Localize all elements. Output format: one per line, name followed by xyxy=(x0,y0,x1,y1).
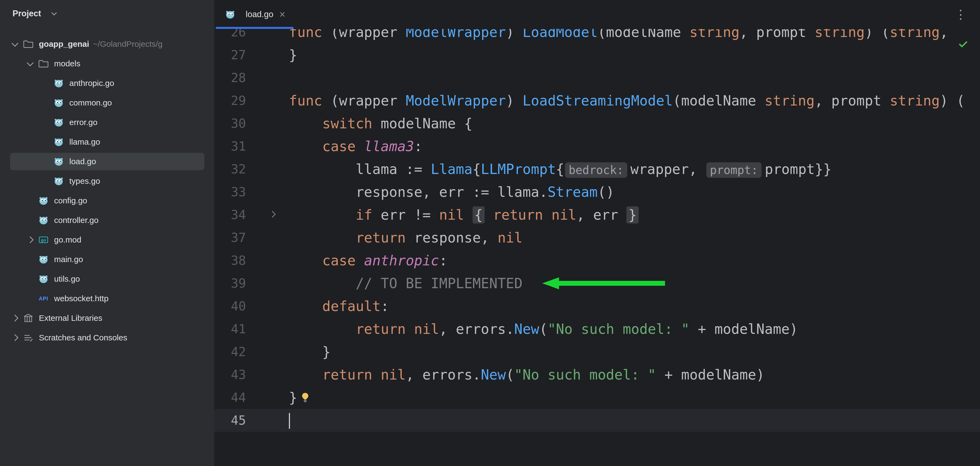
tree-item-label: websocket.http xyxy=(54,294,108,303)
code-token: "No such model: " xyxy=(547,321,689,337)
gutter-space xyxy=(246,318,289,340)
folder-icon xyxy=(37,59,50,69)
tree-item-go.mod[interactable]: gogo.mod xyxy=(0,230,214,250)
code-text[interactable]: return nil, errors.New("No such model: "… xyxy=(289,321,798,337)
code-text[interactable]: case llama3: xyxy=(289,138,422,155)
line-number: 33 xyxy=(214,185,246,199)
tree-item-anthropic.go[interactable]: anthropic.go xyxy=(0,73,214,93)
code-token xyxy=(356,138,364,155)
code-token: response, err := llama. xyxy=(289,184,547,200)
gutter-space xyxy=(246,29,289,43)
code-text[interactable]: case anthropic: xyxy=(289,252,447,269)
tree-item-label: External Libraries xyxy=(39,313,102,323)
code-token: ( xyxy=(506,367,514,383)
code-token: () xyxy=(598,184,614,200)
code-token: (wrapper xyxy=(322,29,406,40)
intention-bulb-icon[interactable] xyxy=(299,391,311,404)
code-text[interactable]: switch modelName { xyxy=(289,116,473,132)
chevron-right-icon[interactable] xyxy=(8,316,22,321)
chevron-right-icon[interactable] xyxy=(23,237,37,242)
project-path: ~/GolandProjects/g xyxy=(93,40,162,49)
more-options-icon[interactable]: ⋮ xyxy=(955,8,967,21)
line-number: 39 xyxy=(214,276,246,290)
inlay-hint[interactable]: prompt: xyxy=(706,162,762,178)
code-text[interactable]: // TO BE IMPLEMENTED xyxy=(289,275,523,292)
code-token: } xyxy=(289,344,331,360)
code-text[interactable] xyxy=(289,412,290,429)
gutter-space xyxy=(246,158,289,180)
code-token: { xyxy=(473,161,481,177)
code-line-38: 38 case anthropic: xyxy=(214,249,980,272)
gutter-space xyxy=(246,226,289,249)
tree-item-main.go[interactable]: main.go xyxy=(0,250,214,269)
line-number: 34 xyxy=(214,207,246,222)
code-line-29: 29func (wrapper ModelWrapper) LoadStream… xyxy=(214,89,980,112)
fold-indicator[interactable] xyxy=(246,203,289,226)
line-number: 32 xyxy=(214,162,246,176)
tab-close-icon[interactable]: × xyxy=(279,9,285,19)
code-text[interactable]: return nil, errors.New("No such model: "… xyxy=(289,367,765,383)
code-text[interactable]: } xyxy=(289,344,331,360)
code-line-33: 33 response, err := llama.Stream() xyxy=(214,180,980,203)
tree-item-scratches-and-consoles[interactable]: Scratches and Consoles xyxy=(0,328,214,348)
code-text[interactable]: response, err := llama.Stream() xyxy=(289,184,614,200)
code-text[interactable]: return response, nil xyxy=(289,230,523,246)
code-token xyxy=(485,207,493,223)
code-token xyxy=(289,321,356,337)
tree-item-controller.go[interactable]: controller.go xyxy=(0,211,214,230)
tree-item-config.go[interactable]: config.go xyxy=(0,191,214,211)
tree-item-utils.go[interactable]: utils.go xyxy=(0,269,214,289)
code-text[interactable]: default: xyxy=(289,298,389,314)
tree-item-error.go[interactable]: error.go xyxy=(0,113,214,132)
code-text[interactable]: if err != nil { return nil, err } xyxy=(289,207,639,223)
project-chevron-down-icon[interactable] xyxy=(47,12,61,16)
chevron-down-icon[interactable] xyxy=(23,61,37,66)
code-token: llama3 xyxy=(364,138,414,155)
code-token: return xyxy=(322,367,372,383)
tree-item-common.go[interactable]: common.go xyxy=(0,93,214,113)
line-number: 38 xyxy=(214,253,246,268)
chevron-down-icon[interactable] xyxy=(8,41,22,46)
code-token: : xyxy=(439,252,448,269)
inspections-check-icon[interactable] xyxy=(958,38,969,51)
code-token: llama := xyxy=(289,161,431,177)
code-content: 26func (wrapper ModelWrapper) LoadModel(… xyxy=(214,29,980,432)
tree-item-load.go[interactable]: load.go xyxy=(0,152,214,171)
code-token: default xyxy=(322,298,381,314)
inlay-hint[interactable]: bedrock: xyxy=(565,162,627,178)
tab-load-go[interactable]: load.go × xyxy=(216,0,294,29)
code-text[interactable]: func (wrapper ModelWrapper) LoadStreamin… xyxy=(289,93,965,109)
project-tree: goapp_genai~/GolandProjects/gmodelsanthr… xyxy=(0,34,214,348)
folded-region[interactable]: { xyxy=(473,206,485,223)
tree-item-label: error.go xyxy=(69,118,97,127)
code-line-31: 31 case llama3: xyxy=(214,135,980,158)
tree-item-types.go[interactable]: types.go xyxy=(0,171,214,191)
green-arrow-annotation xyxy=(542,277,665,290)
folded-region[interactable]: } xyxy=(627,206,639,223)
code-text[interactable]: } xyxy=(289,47,298,63)
code-token: func xyxy=(289,93,322,109)
code-text[interactable]: func (wrapper ModelWrapper) LoadModel(mo… xyxy=(289,29,956,40)
code-token: ) ( xyxy=(865,29,890,40)
code-token: string xyxy=(815,29,864,40)
gutter-space xyxy=(246,409,289,432)
tree-item-models[interactable]: models xyxy=(0,54,214,73)
tree-item-websocket.http[interactable]: APIwebsocket.http xyxy=(0,289,214,308)
tree-item-llama.go[interactable]: llama.go xyxy=(0,132,214,152)
code-token: string xyxy=(890,93,940,109)
code-text[interactable]: llama := Llama{LLMPrompt{bedrock:wrapper… xyxy=(289,161,832,177)
tree-item-goapp-genai[interactable]: goapp_genai~/GolandProjects/g xyxy=(0,34,214,54)
code-token: + modelName) xyxy=(689,321,798,337)
code-token: err != xyxy=(372,207,439,223)
tree-item-external-libraries[interactable]: External Libraries xyxy=(0,308,214,328)
code-token xyxy=(464,207,473,223)
code-token: ) xyxy=(506,93,522,109)
chevron-right-icon[interactable] xyxy=(8,335,22,340)
code-token: , prompt xyxy=(740,29,815,40)
code-token: , xyxy=(940,29,956,40)
code-token: nil xyxy=(498,230,523,246)
code-text[interactable]: } xyxy=(289,389,298,405)
tree-item-label: controller.go xyxy=(54,215,99,225)
tree-item-label: load.go xyxy=(69,157,96,166)
tab-title: load.go xyxy=(246,10,274,19)
